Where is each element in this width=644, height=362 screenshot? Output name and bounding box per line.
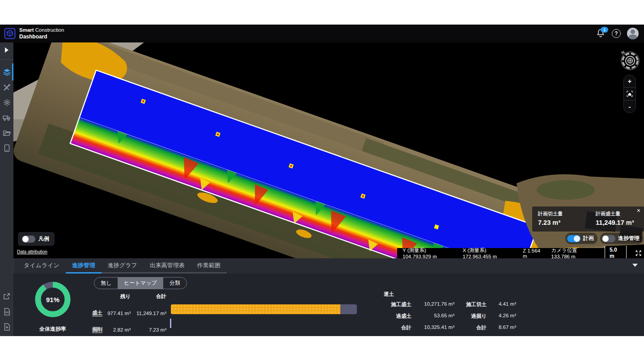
- transport-value: 10,325.41 m³: [415, 324, 454, 331]
- home-view-button[interactable]: [624, 88, 636, 100]
- transport-label: 過盛土: [379, 313, 411, 320]
- sidebar-item-settings[interactable]: [0, 95, 13, 110]
- fill-progress-bar-fill: [171, 304, 340, 314]
- sidebar-bottom-group: PDF: [0, 289, 13, 334]
- left-sidebar: PDF: [0, 42, 13, 336]
- brand-line1-rest: Construction: [35, 27, 64, 33]
- svg-text:PDF: PDF: [5, 311, 9, 314]
- notifications-button[interactable]: 1: [597, 29, 606, 38]
- plan-cut-value: 7.23 m³: [538, 219, 563, 226]
- brand-line1-bold: Smart: [19, 27, 34, 33]
- data-attribution-link[interactable]: Data attribution: [17, 249, 47, 254]
- compass-control[interactable]: N: [619, 49, 640, 71]
- sidebar-item-files[interactable]: [0, 125, 13, 140]
- transport-value: 8.67 m³: [490, 324, 516, 331]
- home-icon: [627, 91, 633, 97]
- notification-badge: 1: [601, 27, 608, 33]
- tab-work-area[interactable]: 作業範囲: [191, 258, 227, 274]
- cut-total-value: 7.23 m³: [131, 327, 166, 333]
- legend-label: 凡例: [38, 235, 49, 243]
- coordinate-status-bar: Y (測量系) 104,793.929 m X (測量系) 172,963.45…: [397, 248, 644, 258]
- volume-table: 残り 合計 盛土 977.41 m³ 11,249.17 m³ 掘削 2.82 …: [83, 288, 166, 338]
- mode-heatmap[interactable]: ヒートマップ: [118, 278, 163, 289]
- map-viewport[interactable]: 凡例 Data attribution × 計画切土量 7.23 m³ 計画盛土…: [13, 42, 644, 258]
- plan-toggle[interactable]: [567, 235, 580, 242]
- overall-progress-donut: 91% 全体進捗率: [30, 277, 75, 333]
- coord-y: Y (測量系) 104,793.929 m: [402, 247, 454, 258]
- cut-progress-bar: [170, 319, 171, 328]
- download-file-icon: [4, 323, 10, 331]
- coord-z: Z 1.564 m: [523, 248, 543, 259]
- plan-fill-volume: 計画盛土量 11,249.17 m³: [596, 210, 634, 226]
- donut-chart: 91%: [30, 277, 75, 322]
- sidebar-item-measure[interactable]: [0, 80, 13, 95]
- fill-row-label[interactable]: 盛土: [83, 310, 105, 316]
- help-button[interactable]: ?: [612, 29, 621, 38]
- map-scale-indicator: 5.0 m: [605, 246, 627, 258]
- sidebar-item-download[interactable]: [0, 319, 13, 334]
- plan-volume-panel: × 計画切土量 7.23 m³ 計画盛土量 11,249.17 m³: [532, 206, 644, 232]
- mobile-device-icon: [4, 144, 10, 152]
- smart-construction-logo-icon: [4, 28, 16, 39]
- donut-percent-label: 91%: [46, 296, 59, 303]
- col-header-total: 合計: [131, 291, 166, 303]
- page: Smart Construction Dashboard 1 ?: [0, 0, 644, 362]
- fill-remaining-value: 977.41 m³: [105, 311, 131, 316]
- sidebar-item-pdf-export[interactable]: PDF: [0, 304, 13, 319]
- transport-label: 施工盛土: [379, 301, 411, 308]
- overall-progress-label: 全体進捗率: [30, 325, 75, 333]
- toggle-knob: [574, 236, 580, 242]
- mode-none[interactable]: 無し: [94, 278, 118, 289]
- zoom-out-button[interactable]: -: [624, 101, 636, 113]
- dashboard-app: Smart Construction Dashboard 1 ?: [0, 25, 644, 336]
- top-header: Smart Construction Dashboard 1 ?: [0, 25, 644, 42]
- transport-value: 4.26 m³: [490, 313, 516, 320]
- sidebar-item-vehicles[interactable]: [0, 110, 13, 125]
- transport-value: 4.41 m³: [490, 301, 516, 308]
- truck-icon: [3, 114, 11, 121]
- tab-progress-management[interactable]: 進捗管理: [66, 258, 102, 274]
- brand: Smart Construction Dashboard: [0, 27, 64, 40]
- sidebar-item-external-link[interactable]: [0, 289, 13, 304]
- progress-toggle-label: 進捗管理: [618, 235, 640, 242]
- plan-fill-value: 11,249.17 m³: [596, 219, 634, 226]
- plan-cut-label: 計画切土量: [538, 210, 563, 217]
- transport-label: 合計: [458, 324, 487, 331]
- fullscreen-icon[interactable]: [636, 250, 641, 257]
- plan-toggle-group: 計画: [565, 233, 597, 244]
- progress-toggle-group: 進捗管理: [600, 233, 643, 244]
- fill-total-value: 11,249.17 m³: [131, 311, 166, 316]
- progress-content: 91% 全体進捗率 無し ヒートマップ 分類 残り 合計: [13, 274, 644, 336]
- external-link-icon: [3, 293, 10, 300]
- mode-classification[interactable]: 分類: [163, 278, 186, 289]
- progress-toggle[interactable]: [602, 235, 615, 242]
- soil-transport-table: 運土 施工盛土 10,271.76 m³ 施工切土 4.41 m³ 過盛土 53…: [379, 291, 516, 331]
- collapse-panel-icon[interactable]: [632, 264, 638, 267]
- transport-label: 過掘り: [458, 313, 487, 320]
- layers-icon: [3, 68, 11, 76]
- transport-title: 運土: [379, 291, 516, 298]
- heatmap-mode-control: 無し ヒートマップ 分類: [94, 277, 187, 289]
- folder-open-icon: [3, 130, 11, 136]
- fill-progress-bar: [171, 304, 357, 314]
- pdf-file-icon: PDF: [4, 308, 10, 316]
- cut-row-label[interactable]: 掘削: [83, 326, 105, 333]
- sidebar-item-layers[interactable]: [0, 64, 13, 80]
- tab-progress-graph[interactable]: 進捗グラフ: [102, 258, 144, 274]
- camera-position: カメラ位置 133.786 m: [551, 247, 597, 258]
- tab-output-table[interactable]: 出来高管理表: [144, 258, 191, 274]
- gear-icon: [3, 99, 11, 106]
- progress-panel: タイムライン 進捗管理 進捗グラフ 出来高管理表 作業範囲 91%: [13, 258, 644, 336]
- transport-label: 合計: [379, 324, 411, 331]
- transport-value: 53.65 m³: [415, 313, 454, 320]
- close-icon[interactable]: ×: [637, 207, 640, 214]
- legend-toggle[interactable]: [22, 236, 35, 243]
- user-avatar[interactable]: [627, 28, 639, 39]
- sidebar-item-mobile[interactable]: [0, 140, 13, 156]
- cut-remaining-value: 2.82 m³: [105, 327, 131, 333]
- zoom-in-button[interactable]: +: [624, 75, 636, 87]
- tab-timeline[interactable]: タイムライン: [17, 258, 66, 274]
- sidebar-expand-button[interactable]: [0, 42, 13, 58]
- col-header-remaining: 残り: [105, 291, 131, 303]
- coord-x: X (測量系) 172,963.455 m: [462, 247, 515, 258]
